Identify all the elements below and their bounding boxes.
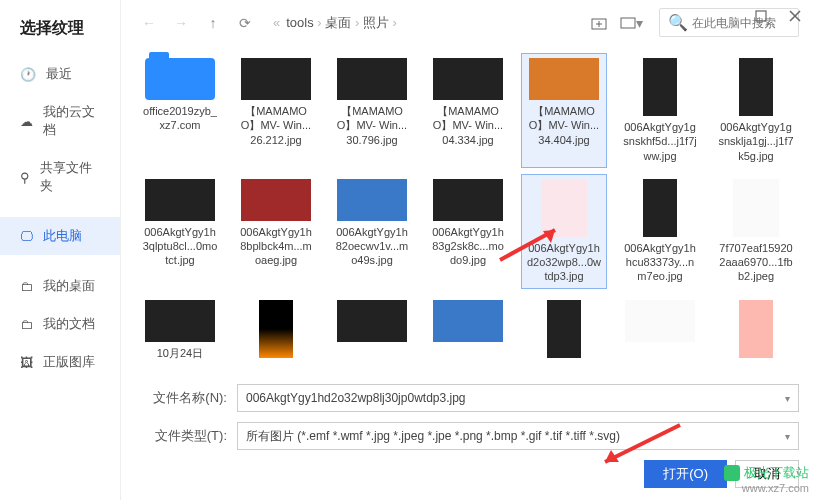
file-label: 006AkgtYgy1hhcu83373y...nm7eo.jpg bbox=[622, 241, 698, 284]
file-label: office2019zyb_xz7.com bbox=[142, 104, 218, 133]
file-item[interactable]: 006AkgtYgy1h8bplbck4m...moaeg.jpg bbox=[233, 174, 319, 289]
file-item[interactable]: 7f707eaf159202aaa6970...1fbb2.jpeg bbox=[713, 174, 799, 289]
sidebar-item-label: 最近 bbox=[46, 65, 72, 83]
file-item[interactable]: 006AkgtYgy1gsnskhf5d...j1f7jww.jpg bbox=[617, 53, 703, 168]
monitor-icon: 🖵 bbox=[20, 229, 33, 244]
sidebar-item-5[interactable]: 🗀我的文档 bbox=[0, 305, 120, 343]
thumbnail-image bbox=[547, 300, 581, 358]
thumbnail-image bbox=[337, 300, 407, 342]
file-item[interactable] bbox=[521, 295, 607, 367]
file-item[interactable]: 006AkgtYgy1gsnsklja1gj...j1f7k5g.jpg bbox=[713, 53, 799, 168]
sidebar-item-3[interactable]: 🖵此电脑 bbox=[0, 217, 120, 255]
file-label: 006AkgtYgy1h8bplbck4m...moaeg.jpg bbox=[238, 225, 314, 268]
sidebar-item-label: 共享文件夹 bbox=[40, 159, 100, 195]
sidebar-item-1[interactable]: ☁我的云文档 bbox=[0, 93, 120, 149]
filename-input[interactable]: 006AkgtYgy1hd2o32wp8lj30jp0wtdp3.jpg ▾ bbox=[237, 384, 799, 412]
file-item[interactable] bbox=[617, 295, 703, 367]
nav-up-button[interactable]: ↑ bbox=[201, 11, 225, 35]
new-folder-button[interactable] bbox=[587, 11, 611, 35]
chevron-down-icon: ▾ bbox=[785, 431, 790, 442]
file-item[interactable]: 006AkgtYgy1hd2o32wp8...0wtdp3.jpg bbox=[521, 174, 607, 289]
chevron-right-icon: › bbox=[314, 15, 326, 30]
clock-icon: 🕐 bbox=[20, 67, 36, 82]
folder-icon: 🗀 bbox=[20, 279, 33, 294]
file-label: 006AkgtYgy1hd2o32wp8...0wtdp3.jpg bbox=[526, 241, 602, 284]
breadcrumb-segment[interactable]: 桌面 bbox=[325, 15, 351, 30]
file-item[interactable]: 【MAMAMOO】MV- Win...26.212.jpg bbox=[233, 53, 319, 168]
breadcrumb-guillemet: « bbox=[273, 15, 280, 30]
thumbnail-image bbox=[337, 58, 407, 100]
thumbnail-image bbox=[643, 58, 677, 116]
file-item[interactable]: 【MAMAMOO】MV- Win...34.404.jpg bbox=[521, 53, 607, 168]
svg-rect-0 bbox=[756, 11, 766, 21]
file-item[interactable]: 006AkgtYgy1hhcu83373y...nm7eo.jpg bbox=[617, 174, 703, 289]
file-item[interactable]: 006AkgtYgy1h3qlptu8cl...0motct.jpg bbox=[137, 174, 223, 289]
thumbnail-image bbox=[739, 300, 773, 358]
file-grid: office2019zyb_xz7.com【MAMAMOO】MV- Win...… bbox=[121, 45, 815, 378]
sidebar-item-label: 我的云文档 bbox=[43, 103, 100, 139]
thumbnail-image bbox=[529, 58, 599, 100]
file-item[interactable] bbox=[329, 295, 415, 367]
open-button[interactable]: 打开(O) bbox=[644, 460, 727, 488]
thumbnail-image bbox=[643, 179, 677, 237]
thumbnail-image bbox=[625, 300, 695, 342]
filetype-select[interactable]: 所有图片 (*.emf *.wmf *.jpg *.jpeg *.jpe *.p… bbox=[237, 422, 799, 450]
sidebar-item-label: 我的文档 bbox=[43, 315, 95, 333]
thumbnail-image bbox=[145, 300, 215, 342]
thumbnail-image bbox=[145, 179, 215, 221]
thumbnail-image bbox=[541, 179, 587, 237]
file-label: 7f707eaf159202aaa6970...1fbb2.jpeg bbox=[718, 241, 794, 284]
sidebar-item-label: 此电脑 bbox=[43, 227, 82, 245]
toolbar: ← → ↑ ⟳ « tools › 桌面 › 照片 › ▾ 🔍 bbox=[121, 0, 815, 45]
folder-icon: 🗀 bbox=[20, 317, 33, 332]
filetype-label: 文件类型(T): bbox=[137, 427, 227, 445]
nav-refresh-button[interactable]: ⟳ bbox=[233, 11, 257, 35]
thumbnail-image bbox=[433, 58, 503, 100]
chevron-right-icon: › bbox=[351, 15, 363, 30]
file-item[interactable]: 10⽉24⽇ bbox=[137, 295, 223, 367]
file-item[interactable] bbox=[233, 295, 319, 367]
file-label: 10⽉24⽇ bbox=[157, 346, 203, 360]
folder-icon bbox=[145, 58, 215, 100]
file-label: 【MAMAMOO】MV- Win...30.796.jpg bbox=[334, 104, 410, 147]
folder-item[interactable]: office2019zyb_xz7.com bbox=[137, 53, 223, 168]
nav-back-button[interactable]: ← bbox=[137, 11, 161, 35]
sidebar-item-4[interactable]: 🗀我的桌面 bbox=[0, 267, 120, 305]
window-maximize-button[interactable] bbox=[753, 8, 769, 24]
window-close-button[interactable] bbox=[787, 8, 803, 24]
image-icon: 🖼 bbox=[20, 355, 33, 370]
thumbnail-image bbox=[433, 179, 503, 221]
thumbnail-image bbox=[259, 300, 293, 358]
filetype-value: 所有图片 (*.emf *.wmf *.jpg *.jpeg *.jpe *.p… bbox=[246, 428, 620, 445]
file-label: 【MAMAMOO】MV- Win...04.334.jpg bbox=[430, 104, 506, 147]
cancel-button[interactable]: 取消 bbox=[735, 460, 799, 488]
breadcrumb[interactable]: « tools › 桌面 › 照片 › bbox=[273, 14, 579, 32]
file-label: 006AkgtYgy1h3qlptu8cl...0motct.jpg bbox=[142, 225, 218, 268]
sidebar-item-label: 我的桌面 bbox=[43, 277, 95, 295]
search-icon: 🔍 bbox=[668, 13, 688, 32]
nav-forward-button[interactable]: → bbox=[169, 11, 193, 35]
thumbnail-image bbox=[241, 58, 311, 100]
chevron-down-icon: ▾ bbox=[785, 393, 790, 404]
view-mode-button[interactable]: ▾ bbox=[619, 11, 643, 35]
cloud-icon: ☁ bbox=[20, 114, 33, 129]
file-item[interactable] bbox=[425, 295, 511, 367]
file-label: 006AkgtYgy1gsnsklja1gj...j1f7k5g.jpg bbox=[718, 120, 794, 163]
sidebar-item-2[interactable]: ⚲共享文件夹 bbox=[0, 149, 120, 205]
chevron-right-icon: › bbox=[389, 15, 397, 30]
file-item[interactable]: 006AkgtYgy1h82oecwv1v...mo49s.jpg bbox=[329, 174, 415, 289]
file-item[interactable]: 006AkgtYgy1h83g2sk8c...modo9.jpg bbox=[425, 174, 511, 289]
breadcrumb-segment[interactable]: 照片 bbox=[363, 15, 389, 30]
breadcrumb-segment[interactable]: tools bbox=[286, 15, 313, 30]
file-item[interactable]: 【MAMAMOO】MV- Win...04.334.jpg bbox=[425, 53, 511, 168]
sidebar: 选择纹理 🕐最近☁我的云文档⚲共享文件夹🖵此电脑🗀我的桌面🗀我的文档🖼正版图库 bbox=[0, 0, 121, 500]
file-label: 006AkgtYgy1gsnskhf5d...j1f7jww.jpg bbox=[622, 120, 698, 163]
file-label: 006AkgtYgy1h82oecwv1v...mo49s.jpg bbox=[334, 225, 410, 268]
file-item[interactable]: 【MAMAMOO】MV- Win...30.796.jpg bbox=[329, 53, 415, 168]
file-label: 【MAMAMOO】MV- Win...26.212.jpg bbox=[238, 104, 314, 147]
sidebar-item-0[interactable]: 🕐最近 bbox=[0, 55, 120, 93]
thumbnail-image bbox=[241, 179, 311, 221]
thumbnail-image bbox=[733, 179, 779, 237]
file-item[interactable] bbox=[713, 295, 799, 367]
sidebar-item-6[interactable]: 🖼正版图库 bbox=[0, 343, 120, 381]
